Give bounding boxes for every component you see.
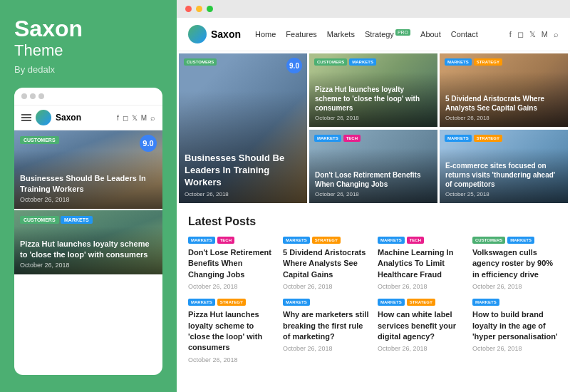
post-tag-markets-8: MARKETS: [472, 299, 499, 306]
post-date-5: October 26, 2018: [188, 356, 274, 363]
mobile-card-text-2: Pizza Hut launches loyalty scheme to 'cl…: [14, 233, 162, 274]
mobile-dot-1: [21, 93, 27, 99]
hero-card-3[interactable]: MARKETS STRATEGY 5 Dividend Aristocrats …: [440, 53, 568, 127]
mobile-score: 9.0: [140, 135, 157, 152]
hero-title-4: Don't Lose Retirement Benefits When Chan…: [315, 170, 432, 189]
browser-dot-red[interactable]: [185, 6, 192, 12]
hero-tag-strategy-5: STRATEGY: [474, 135, 502, 142]
browser-chrome: [177, 0, 570, 18]
post-tags-7: MARKETS STRATEGY: [378, 299, 464, 306]
mobile-card-title: Businesses Should Be Leaders In Training…: [20, 173, 157, 194]
post-title-3: Machine Learning In Analytics To Limit H…: [378, 247, 464, 280]
nav-link-features[interactable]: Features: [286, 30, 316, 38]
post-tags-6: MARKETS: [283, 299, 369, 306]
post-tag-markets-5: MARKETS: [188, 299, 215, 306]
browser-dot-yellow[interactable]: [196, 6, 202, 12]
strategy-pro-badge: PRO: [395, 29, 410, 36]
desktop-search-icon[interactable]: ⌕: [554, 30, 559, 38]
hero-card-2[interactable]: CUSTOMERS MARKETS Pizza Hut launches loy…: [309, 53, 437, 127]
hero-tag-customers-2: CUSTOMERS: [314, 58, 347, 66]
brand-by: By dedalx: [14, 64, 162, 75]
hero-card-5[interactable]: MARKETS STRATEGY E-commerce sites focuse…: [440, 130, 568, 203]
left-panel: Saxon Theme By dedalx Saxon f ◻ 𝕏: [0, 0, 177, 392]
hero-tag-markets-5: MARKETS: [445, 135, 472, 142]
post-tag-markets-3: MARKETS: [378, 237, 405, 244]
post-tag-strategy-7: STRATEGY: [407, 299, 435, 306]
mobile-preview: Saxon f ◻ 𝕏 M ⌕ CUSTOMERS 9.0 Businesses…: [14, 88, 162, 375]
hero-tags-1: CUSTOMERS: [184, 58, 217, 66]
nav-link-markets[interactable]: Markets: [327, 30, 355, 38]
mobile-dot-2: [30, 93, 36, 99]
post-tag-markets-6: MARKETS: [283, 299, 310, 306]
post-tag-markets-1: MARKETS: [188, 237, 215, 244]
hero-tag-markets-4: MARKETS: [314, 135, 341, 142]
hero-content-1: Businesses Should Be Leaders In Training…: [179, 147, 307, 203]
hero-card-1[interactable]: CUSTOMERS 9.0 Businesses Should Be Leade…: [179, 53, 307, 203]
post-card-7[interactable]: MARKETS STRATEGY How can white label ser…: [378, 299, 464, 363]
hero-title-2: Pizza Hut launches loyalty scheme to 'cl…: [315, 85, 432, 113]
post-card-2[interactable]: MARKETS STRATEGY 5 Dividend Aristocrats …: [283, 237, 369, 290]
medium-icon: M: [141, 114, 147, 122]
mobile-card-title-2: Pizza Hut launches loyalty scheme to 'cl…: [20, 239, 157, 259]
post-card-3[interactable]: MARKETS TECH Machine Learning In Analyti…: [378, 237, 464, 290]
hero-tags-3: MARKETS STRATEGY: [445, 58, 502, 66]
right-panel: Saxon Home Features Markets StrategyPRO …: [177, 0, 570, 392]
nav-link-strategy[interactable]: StrategyPRO: [365, 30, 410, 38]
mobile-logo-circle: [36, 110, 51, 125]
post-date-4: October 26, 2018: [472, 283, 559, 290]
search-icon[interactable]: ⌕: [150, 113, 155, 122]
mobile-card-date: October 26, 2018: [20, 196, 157, 203]
mobile-badge-customers-2: CUSTOMERS: [20, 216, 59, 224]
desktop-logo: Saxon: [188, 25, 241, 43]
mobile-card-2[interactable]: CUSTOMERS MARKETS Pizza Hut launches loy…: [14, 210, 162, 274]
post-title-2: 5 Dividend Aristocrats Where Analysts Se…: [283, 247, 369, 280]
desktop-twitter-icon[interactable]: 𝕏: [529, 30, 536, 39]
latest-section: Latest Posts MARKETS TECH Don't Lose Ret…: [177, 205, 570, 369]
posts-row-1: MARKETS TECH Don't Lose Retirement Benef…: [188, 237, 559, 290]
instagram-icon: ◻: [123, 114, 128, 122]
hero-date-2: October 26, 2018: [315, 115, 432, 121]
hero-score-1: 9.0: [286, 58, 302, 73]
post-date-3: October 26, 2018: [378, 283, 464, 290]
post-card-4[interactable]: CUSTOMERS MARKETS Volkswagen culls agenc…: [472, 237, 559, 290]
mobile-header-dots: [14, 88, 162, 105]
hero-tag-markets-2: MARKETS: [349, 58, 376, 66]
post-card-1[interactable]: MARKETS TECH Don't Lose Retirement Benef…: [188, 237, 274, 290]
desktop-facebook-icon[interactable]: f: [509, 30, 512, 38]
browser-dot-green[interactable]: [207, 6, 213, 12]
post-date-1: October 26, 2018: [188, 283, 274, 290]
post-tags-1: MARKETS TECH: [188, 237, 274, 244]
post-title-6: Why are marketers still breaking the fir…: [283, 309, 369, 342]
hero-grid: CUSTOMERS 9.0 Businesses Should Be Leade…: [177, 51, 570, 205]
hero-tag-tech-4: TECH: [343, 135, 361, 142]
desktop-instagram-icon[interactable]: ◻: [517, 30, 524, 39]
hero-tags-4: MARKETS TECH: [314, 135, 361, 142]
post-title-5: Pizza Hut launches loyalty scheme to 'cl…: [188, 309, 274, 354]
hamburger-menu[interactable]: [21, 114, 31, 121]
posts-row-2: MARKETS STRATEGY Pizza Hut launches loya…: [188, 299, 559, 363]
hero-title-1: Businesses Should Be Leaders In Training…: [185, 153, 301, 189]
desktop-site-name: Saxon: [211, 29, 241, 40]
hero-tag-strategy-3: STRATEGY: [474, 58, 502, 66]
nav-link-contact[interactable]: Contact: [451, 30, 478, 38]
mobile-card-1[interactable]: CUSTOMERS 9.0 Businesses Should Be Leade…: [14, 130, 162, 209]
mobile-badge-markets-2: MARKETS: [61, 216, 93, 224]
desktop-site: Saxon Home Features Markets StrategyPRO …: [177, 18, 570, 392]
mobile-nav-left: Saxon: [21, 110, 81, 125]
post-tag-markets-4: MARKETS: [507, 237, 534, 244]
desktop-logo-circle: [188, 25, 207, 43]
post-card-5[interactable]: MARKETS STRATEGY Pizza Hut launches loya…: [188, 299, 274, 363]
mobile-badge-customers: CUSTOMERS: [20, 136, 59, 144]
hero-tags-2: CUSTOMERS MARKETS: [314, 58, 376, 66]
brand-title: Saxon: [14, 17, 162, 40]
nav-link-home[interactable]: Home: [255, 30, 276, 38]
hero-content-2: Pizza Hut launches loyalty scheme to 'cl…: [309, 79, 437, 127]
post-card-8[interactable]: MARKETS How to build brand loyalty in th…: [472, 299, 559, 363]
post-tag-markets-2: MARKETS: [283, 237, 310, 244]
hero-card-4[interactable]: MARKETS TECH Don't Lose Retirement Benef…: [309, 130, 437, 203]
post-card-6[interactable]: MARKETS Why are marketers still breaking…: [283, 299, 369, 363]
post-date-7: October 26, 2018: [378, 345, 464, 352]
desktop-medium-icon[interactable]: M: [542, 30, 548, 38]
hero-content-4: Don't Lose Retirement Benefits When Chan…: [309, 165, 437, 203]
nav-link-about[interactable]: About: [420, 30, 441, 38]
